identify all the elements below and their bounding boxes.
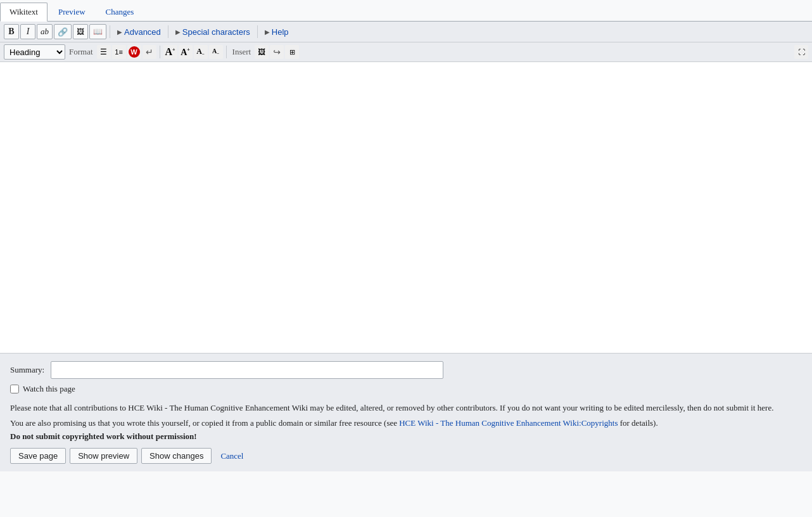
ordered-list-icon: 1≡ xyxy=(115,48,123,56)
special-chars-button[interactable]: ▶ Special characters xyxy=(172,25,254,39)
notice-line1: Please note that all contributions to HC… xyxy=(10,402,802,414)
tabs-bar: Wikitext Preview Changes xyxy=(0,0,812,22)
signature-icon: ab xyxy=(41,27,49,37)
toolbar-divider-2 xyxy=(168,25,168,38)
font-smaller-icon: A− xyxy=(212,48,219,56)
tab-preview[interactable]: Preview xyxy=(49,3,95,21)
nowiki-icon: W xyxy=(129,46,140,58)
help-button[interactable]: ▶ Help xyxy=(261,25,293,39)
bold-button[interactable]: B xyxy=(4,24,19,39)
link-button[interactable]: 🔗 xyxy=(54,24,72,39)
tab-changes[interactable]: Changes xyxy=(96,3,144,21)
summary-label: Summary: xyxy=(10,365,44,375)
italic-button[interactable]: I xyxy=(20,24,35,39)
insert-label: Insert xyxy=(230,47,254,57)
newline-icon: ↵ xyxy=(146,47,153,57)
notice-line2-suffix: for details). xyxy=(618,418,657,428)
advanced-button[interactable]: ▶ Advanced xyxy=(113,25,165,39)
reference-button[interactable]: 📖 xyxy=(89,24,106,39)
font-size-larger-button[interactable]: A+ xyxy=(163,45,177,59)
toolbar-divider-3 xyxy=(257,25,258,38)
toolbar-right-area: ⛶ xyxy=(794,45,808,59)
action-buttons: Save page Show preview Show changes Canc… xyxy=(10,448,802,464)
font-size-smaller-button[interactable]: A− xyxy=(209,45,223,59)
expand-button[interactable]: ⛶ xyxy=(794,45,808,59)
toolbar-divider-5 xyxy=(226,46,227,58)
editor-wrapper xyxy=(0,62,812,354)
help-label: Help xyxy=(272,27,289,37)
font-larger-icon: A+ xyxy=(165,46,175,58)
watch-checkbox[interactable] xyxy=(10,385,19,393)
insert-table-button[interactable]: ⊞ xyxy=(285,45,299,59)
nowiki-button[interactable]: W xyxy=(127,45,141,59)
insert-image-icon: 🖼 xyxy=(258,48,265,56)
notice-line2-prefix: You are also promising us that you wrote… xyxy=(10,418,399,428)
summary-row: Summary: xyxy=(10,361,802,379)
watch-row: Watch this page xyxy=(10,384,802,394)
heading-select[interactable]: Heading Heading 1 Heading 2 Heading 3 He… xyxy=(4,44,65,60)
tab-wikitext[interactable]: Wikitext xyxy=(0,3,48,22)
undo-icon: ↩ xyxy=(273,47,281,57)
toolbar-divider-4 xyxy=(160,46,160,58)
editor-textarea[interactable] xyxy=(0,62,812,350)
font-size-large-button[interactable]: A+ xyxy=(179,45,193,59)
link-icon: 🔗 xyxy=(58,27,68,37)
bottom-section: Summary: Watch this page Please note tha… xyxy=(0,354,812,471)
show-preview-button[interactable]: Show preview xyxy=(70,448,137,464)
file-icon: 🖼 xyxy=(77,27,84,36)
expand-icon: ⛶ xyxy=(798,48,805,56)
toolbar-row1: B I ab 🔗 🖼 📖 ▶ Advanced ▶ Special charac… xyxy=(0,22,812,42)
undo-button[interactable]: ↩ xyxy=(270,45,284,59)
signature-button[interactable]: ab xyxy=(37,24,53,39)
special-chars-label: Special characters xyxy=(182,27,250,37)
format-label: Format xyxy=(67,47,96,57)
special-chars-arrow-icon: ▶ xyxy=(175,29,181,35)
ordered-list-button[interactable]: 1≡ xyxy=(112,45,126,59)
toolbar-divider-1 xyxy=(110,25,110,38)
summary-input[interactable] xyxy=(51,361,443,379)
notice-line2: You are also promising us that you wrote… xyxy=(10,417,802,430)
insert-image-button[interactable]: 🖼 xyxy=(255,45,269,59)
insert-table-icon: ⊞ xyxy=(289,48,295,56)
unordered-list-button[interactable]: ☰ xyxy=(97,45,111,59)
cancel-link[interactable]: Cancel xyxy=(215,449,248,464)
notice-line3: Do not submit copyrighted work without p… xyxy=(10,431,802,442)
watch-label[interactable]: Watch this page xyxy=(23,384,75,394)
newline-button[interactable]: ↵ xyxy=(143,45,156,59)
advanced-arrow-icon: ▶ xyxy=(117,29,122,35)
save-button[interactable]: Save page xyxy=(10,448,66,464)
advanced-label: Advanced xyxy=(124,27,161,37)
show-changes-button[interactable]: Show changes xyxy=(141,448,212,464)
font-large-icon: A+ xyxy=(181,47,190,58)
file-button[interactable]: 🖼 xyxy=(73,24,88,39)
copyrights-link[interactable]: HCE Wiki - The Human Cognitive Enhanceme… xyxy=(399,418,618,428)
font-small-icon: A− xyxy=(196,47,205,57)
reference-icon: 📖 xyxy=(93,27,103,36)
toolbar-row2: Heading Heading 1 Heading 2 Heading 3 He… xyxy=(0,42,812,62)
help-arrow-icon: ▶ xyxy=(265,29,270,35)
font-size-small-button[interactable]: A− xyxy=(194,45,208,59)
unordered-list-icon: ☰ xyxy=(100,48,107,56)
